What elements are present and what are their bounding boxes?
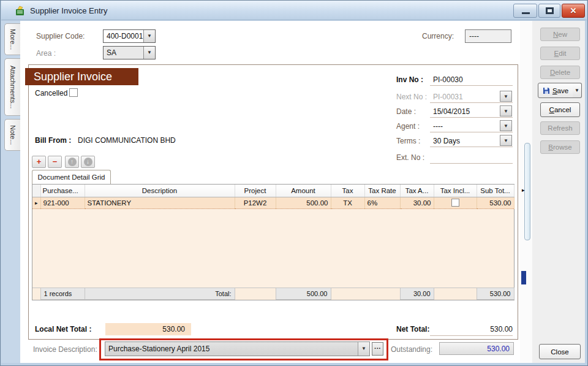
outstanding-value: 530.00 (439, 342, 514, 355)
local-net-total-label: Local Net Total : (35, 325, 91, 334)
net-total-value: 530.00 (430, 325, 513, 334)
grid-footer-row: 1 records Total: 500.00 30.00 530.00 (32, 288, 514, 300)
bill-from-value: DIGI COMMUNICATION BHD (78, 136, 176, 145)
col-header-purchase[interactable]: Purchase... (40, 185, 85, 197)
col-header-project[interactable]: Project (235, 185, 276, 197)
close-icon: ✕ (570, 6, 577, 15)
close-button[interactable]: Close (539, 344, 581, 359)
cell-project[interactable]: P12W2 (235, 197, 276, 208)
invoice-panel: Supplier Invoice Cancelled Inv No : PI-0… (28, 64, 518, 340)
cell-tax[interactable]: TX (331, 197, 364, 208)
bill-from-label: Bill From : (35, 136, 71, 145)
titlebar: Supplier Invoice Entry ✕ (1, 1, 587, 20)
ext-no-underline (430, 163, 513, 164)
inv-no-label: Inv No : (396, 75, 423, 84)
inv-no-value[interactable]: PI-00030 (433, 75, 513, 84)
delete-button[interactable]: Delete (540, 66, 580, 79)
invoice-description-browse-button[interactable]: ··· (372, 342, 383, 356)
move-row-up-button[interactable]: ↑ (65, 156, 79, 168)
date-label: Date : (396, 107, 416, 116)
invoice-description-value: Purchase-Stationery April 2015 (105, 342, 358, 356)
footer-tax-rate-cell (364, 288, 400, 300)
add-row-button[interactable]: + (32, 156, 46, 168)
refresh-button[interactable]: Refresh (540, 121, 580, 135)
terms-dropdown-button[interactable]: ▼ (500, 135, 512, 146)
edit-button[interactable]: Edit (540, 47, 580, 60)
maximize-button[interactable] (538, 4, 560, 18)
chevron-down-icon[interactable]: ▼ (143, 47, 155, 59)
date-dropdown-button[interactable]: ▼ (500, 105, 512, 116)
save-options-dropdown[interactable]: ▼ (573, 83, 582, 98)
footer-tax-amount-total: 30.00 (400, 288, 434, 300)
minimize-button[interactable] (513, 4, 537, 18)
cell-sub-total[interactable]: 530.00 (477, 197, 514, 208)
local-net-total-value: 530.00 (105, 323, 191, 335)
col-header-amount[interactable]: Amount (276, 185, 331, 197)
grid-header-row: Purchase... Description Project Amount T… (32, 185, 514, 197)
col-header-tax-amount[interactable]: Tax A... (400, 185, 434, 197)
net-total-underline (430, 335, 513, 336)
ellipsis-icon: ··· (374, 345, 381, 352)
save-button-label: Save (552, 87, 568, 94)
col-header-tax-rate[interactable]: Tax Rate (364, 185, 400, 197)
arrow-up-icon: ↑ (68, 158, 77, 166)
table-row[interactable]: ▸ 921-000 STATIONERY P12W2 500.00 TX 6% … (32, 197, 514, 208)
cancelled-label: Cancelled (35, 89, 67, 97)
sidebar-tab-note[interactable]: Note... (4, 119, 20, 151)
col-header-sub-total[interactable]: Sub Tot... (477, 185, 514, 197)
record-count: 1 records (40, 288, 85, 300)
new-button[interactable]: New (540, 28, 580, 41)
footer-tax-incl-cell (434, 288, 477, 300)
more-columns-icon: ▸ (522, 187, 525, 193)
sidebar-tab-more[interactable]: More... (4, 23, 20, 55)
col-header-tax[interactable]: Tax (331, 185, 364, 197)
main-content: Supplier Code: 400-D0001 ▼ Area : SA ▼ C… (20, 21, 520, 363)
next-no-label: Next No : (396, 93, 427, 101)
delete-row-button[interactable]: − (48, 156, 62, 168)
browse-button[interactable]: Browse (540, 140, 580, 154)
cell-tax-amount[interactable]: 30.00 (400, 197, 434, 208)
save-icon (543, 87, 550, 94)
agent-dropdown-button[interactable]: ▼ (500, 120, 512, 131)
footer-tax-cell (331, 288, 364, 300)
chevron-down-icon: ▼ (503, 94, 508, 99)
tab-document-detail-grid[interactable]: Document Detail Grid (32, 170, 111, 184)
maximize-icon (546, 7, 554, 14)
agent-underline (430, 132, 513, 132)
tax-inclusive-checkbox[interactable] (451, 199, 459, 207)
next-no-dropdown-button[interactable]: ▼ (500, 91, 512, 102)
area-label: Area : (36, 49, 56, 58)
col-header-tax-inclusive[interactable]: Tax Incl... (434, 185, 477, 197)
supplier-invoice-entry-window: Supplier Invoice Entry ✕ More... Attachm… (0, 0, 588, 366)
chevron-down-icon[interactable]: ▼ (358, 342, 369, 356)
move-row-down-button[interactable]: ↓ (81, 156, 95, 168)
footer-sub-total: 530.00 (477, 288, 514, 300)
cancelled-checkbox[interactable] (69, 88, 78, 97)
chevron-down-icon[interactable]: ▼ (143, 30, 155, 42)
save-button[interactable]: Save (538, 83, 573, 98)
cell-purchase[interactable]: 921-000 (40, 197, 85, 208)
supplier-code-combo[interactable]: 400-D0001 ▼ (103, 29, 156, 43)
footer-indicator-cell (32, 288, 40, 300)
cell-description[interactable]: STATIONERY (85, 197, 235, 208)
cell-tax-rate[interactable]: 6% (364, 197, 400, 208)
cell-amount[interactable]: 500.00 (276, 197, 331, 208)
currency-label: Currency: (422, 32, 454, 40)
terms-underline (430, 147, 513, 147)
date-underline (430, 117, 513, 118)
invoice-description-combo[interactable]: Purchase-Stationery April 2015 ▼ (105, 341, 370, 356)
col-header-description[interactable]: Description (85, 185, 235, 197)
cancel-button[interactable]: Cancel (540, 102, 580, 117)
close-window-button[interactable]: ✕ (562, 4, 585, 18)
sidebar-tab-attachments[interactable]: Attachments... (4, 58, 20, 116)
chevron-down-icon: ▼ (575, 88, 579, 93)
area-combo[interactable]: SA ▼ (103, 46, 156, 59)
scrollbar-thumb[interactable] (524, 143, 530, 240)
inv-no-underline (430, 85, 513, 86)
next-no-underline (430, 102, 513, 103)
chevron-down-icon: ▼ (503, 138, 508, 143)
chevron-down-icon: ▼ (503, 109, 508, 114)
scroll-position-marker (521, 271, 526, 284)
invoice-banner: Supplier Invoice (25, 68, 138, 85)
chevron-down-icon: ▼ (503, 123, 508, 129)
